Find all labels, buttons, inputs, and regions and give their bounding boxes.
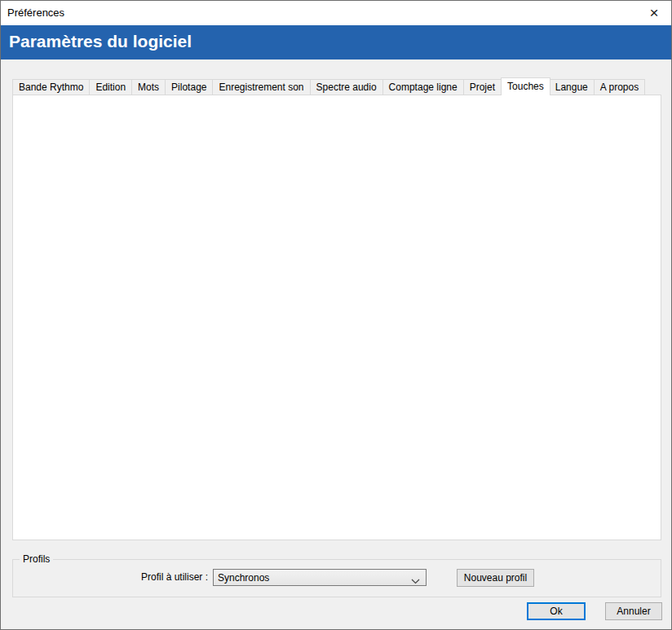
tab-mots[interactable]: Mots [132,79,166,95]
profils-legend: Profils [20,553,53,565]
tab-strip: Bande Rythmo Edition Mots Pilotage Enreg… [12,77,645,95]
profile-select[interactable]: Synchronos [213,569,427,586]
cancel-button[interactable]: Annuler [605,602,662,620]
profils-groupbox: Profils Profil à utiliser : Synchronos N… [12,559,661,597]
tab-langue[interactable]: Langue [550,79,595,95]
chevron-down-icon [411,575,420,587]
titlebar: Préférences × [1,1,671,25]
new-profile-button[interactable]: Nouveau profil [457,569,534,587]
tab-panel [12,95,661,540]
preferences-dialog: Préférences × Paramètres du logiciel Ban… [0,0,672,630]
profil-a-utiliser-label: Profil à utiliser : [13,571,208,583]
ok-button[interactable]: Ok [527,602,586,620]
tab-a-propos[interactable]: A propos [595,79,645,95]
tab-touches[interactable]: Touches [501,77,550,95]
profile-selected-value: Synchronos [218,572,269,584]
page-title: Paramètres du logiciel [9,32,192,51]
header-banner: Paramètres du logiciel [1,25,671,59]
tab-bande-rythmo[interactable]: Bande Rythmo [12,79,90,95]
window-title: Préférences [7,7,64,19]
tab-spectre-audio[interactable]: Spectre audio [311,79,383,95]
tab-projet[interactable]: Projet [464,79,502,95]
tab-comptage-ligne[interactable]: Comptage ligne [383,79,464,95]
close-icon[interactable]: × [637,1,671,24]
tab-pilotage[interactable]: Pilotage [166,79,213,95]
tab-edition[interactable]: Edition [90,79,132,95]
tab-enregistrement-son[interactable]: Enregistrement son [213,79,310,95]
